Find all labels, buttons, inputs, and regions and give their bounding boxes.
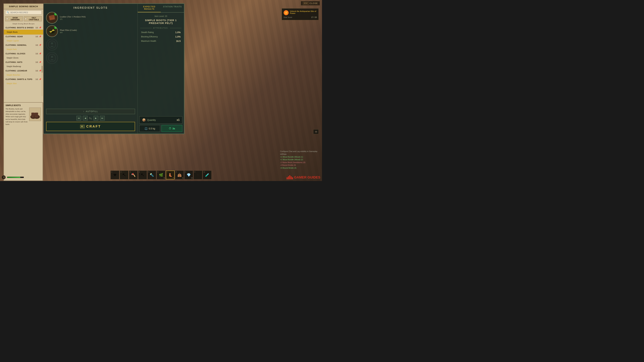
nav-first-button[interactable]: ⏮	[76, 116, 81, 120]
close-button[interactable]: ESC CLOSE	[301, 1, 320, 5]
category-label: CLOTHING: GEAR	[6, 35, 23, 37]
scroll-indicator[interactable]	[42, 62, 42, 96]
hotbar-slot-1[interactable]: 1 ⚒	[110, 171, 119, 179]
list-item[interactable]: Simple Breeches	[4, 73, 43, 77]
tab-station-traits[interactable]: STATION TRAITS	[161, 4, 184, 12]
list-item[interactable]: Simple Capelet	[4, 38, 43, 43]
scroll-thumb	[42, 66, 42, 72]
hotbar-slot-3[interactable]: 3 🪓	[129, 171, 138, 179]
only-craftable-button[interactable]: ONLY CRAFTABLE	[24, 16, 42, 21]
craft-key-badge: R	[80, 125, 85, 128]
category-count: 1/1	[36, 53, 38, 55]
category-label: CLOTHING: BOOTS & SHOES	[6, 27, 34, 29]
slot-icon-empty-4	[46, 52, 58, 64]
category-general: CLOTHING: GENERAL 1/1 📌	[4, 43, 43, 47]
hotbar-slot-4[interactable]: 4 ⛏	[138, 171, 147, 179]
preview-box: SIMPLE BOOTS The Realms, harsh and inhos…	[3, 102, 43, 181]
ingredient-slot-1: ✓ Leather (Tier 1 Predator Pelt) 1/1	[46, 12, 135, 24]
hotbar-slot-0[interactable]: 0 ·	[194, 171, 202, 179]
hotbar-icon-5: 🔦	[150, 173, 154, 177]
category-label: CLOTHING: LEGWEAR	[6, 70, 27, 72]
quantity-value: x1	[176, 118, 180, 121]
svg-point-12	[48, 41, 56, 48]
hotbar-slot-6[interactable]: 6 🌿 5	[157, 171, 165, 179]
attribute-row-stealth: Stealth Rating 1.0%	[140, 31, 182, 34]
ingredients-title: INGREDIENT SLOTS	[46, 6, 135, 9]
list-item[interactable]: Simple Boots	[4, 30, 43, 34]
gear-score-row: Gear Score 17 / 20	[284, 16, 317, 18]
filter-row: SHOW UNKNOWN ONLY CRAFTABLE	[4, 15, 43, 22]
hotbar-slot-q[interactable]: Q 🧪	[203, 171, 212, 179]
hotbar-slot-9[interactable]: 9 💎 9	[184, 171, 193, 179]
log-entry-4: -4 Bound Bristle (0)	[280, 164, 319, 167]
gamer-guides-text: GAMER GUIDES	[294, 175, 320, 179]
bottom-results: 📦 Quantity x1 ⚖️ 0.5 kg ⏱ 3s	[138, 115, 184, 134]
hotbar-slot-2[interactable]: 2 ⛏	[120, 171, 128, 179]
hotbar-icon-q: 🧪	[205, 173, 209, 177]
ingredient-slot-3	[46, 39, 135, 50]
category-hats: CLOTHING: HATS 1/1 📌	[4, 60, 43, 64]
results-tabs: EXPECTED RESULTS STATION TRAITS	[138, 4, 184, 12]
nav-prev-button[interactable]: ◀	[83, 116, 88, 120]
x-button[interactable]: X	[2, 175, 6, 179]
esc-key: ESC	[303, 2, 309, 5]
slot-name-plant: Plant Fibre (Crude)	[60, 29, 135, 31]
attr-stealth-value: 1.0%	[175, 31, 180, 34]
category-boots-shoes: CLOTHING: BOOTS & SHOES 1/1 📌	[4, 26, 43, 30]
hotbar-count-7: 7	[173, 177, 174, 179]
quantity-text: Quantity	[147, 119, 156, 121]
nav-last-button[interactable]: ⏭	[100, 116, 105, 120]
hotbar-icon-4: ⛏	[141, 173, 144, 177]
hotbar-icon-8: 👜	[178, 173, 182, 177]
ingredient-slot-4	[46, 52, 135, 64]
slot-info-plant: Plant Fibre (Crude) 4/4	[60, 29, 135, 33]
recipe-name: Simple Capelet	[6, 39, 19, 42]
list-item[interactable]: Simple Pack	[4, 47, 43, 52]
recipes-subtitle: Simple Sewing Bench Recipes	[4, 22, 43, 25]
hotbar-slot-8[interactable]: 8 👜 3	[175, 171, 184, 179]
pin-icon: 📌	[39, 69, 42, 72]
slot-name-leather: Leather (Tier 1 Predator Pelt)	[60, 15, 135, 18]
attr-blocking-value: 1.0%	[175, 35, 180, 38]
hotbar-count-6: 5	[164, 177, 165, 179]
gg-bar-1	[286, 177, 288, 179]
recipe-name: Simple Boots	[7, 31, 18, 33]
preview-text: The Realms, harsh and inhospitable as th…	[6, 108, 28, 126]
show-unknown-button[interactable]: SHOW UNKNOWN	[5, 16, 23, 21]
tab-expected-results[interactable]: EXPECTED RESULTS	[138, 4, 161, 12]
nav-next-button[interactable]: ▶	[94, 116, 98, 120]
slot-icon-plant: ✓	[46, 25, 58, 37]
hotbar-slot-7[interactable]: 7 👢 7	[166, 171, 174, 179]
slot-quantity-plant: 4/4	[60, 31, 135, 33]
hotbar-icon-7: 👢	[168, 173, 172, 177]
time-display: 1:11	[25, 176, 29, 178]
time-icon: ⏱	[169, 127, 172, 130]
slot-icon-empty-3	[46, 39, 58, 50]
list-item[interactable]: Simple Gloves	[4, 56, 43, 60]
attr-stealth-name: Stealth Rating	[141, 31, 154, 33]
pin-icon: 📌	[39, 35, 42, 38]
attr-blocking-name: Blocking Efficiency	[141, 35, 158, 38]
hotbar-num-0: 0	[194, 171, 195, 173]
gamer-guides-logo: GAMER GUIDES	[286, 175, 320, 179]
svg-point-13	[51, 42, 53, 44]
ingredient-slots: ✓ Leather (Tier 1 Predator Pelt) 1/1	[46, 12, 135, 107]
item-level: Item Level: 20	[140, 15, 182, 17]
results-panel: EXPECTED RESULTS STATION TRAITS Item Lev…	[138, 3, 184, 134]
attribute-row-blocking: Blocking Efficiency 1.0%	[140, 35, 182, 38]
list-item[interactable]: Simple Shirt	[4, 81, 43, 86]
category-count: 1/1	[36, 27, 38, 29]
hotbar-slot-5[interactable]: 5 🔦	[148, 171, 156, 179]
recipe-name: Simple Breeches	[6, 74, 20, 76]
craft-button[interactable]: R CRAFT	[46, 122, 135, 131]
autofill-button[interactable]: ↑ AUTOFILL	[46, 109, 135, 114]
gg-bars	[286, 175, 293, 179]
search-bar[interactable]: 🔍	[5, 10, 42, 14]
pin-icon: 📌	[39, 61, 42, 63]
gear-score-label: Gear Score	[284, 16, 292, 18]
search-input[interactable]	[10, 11, 40, 14]
category-count: 1/1	[36, 70, 38, 72]
mail-button[interactable]: ✉	[313, 129, 319, 134]
list-item[interactable]: Simple Headwrap	[4, 64, 43, 69]
slot-check-1: ✓	[54, 12, 57, 15]
